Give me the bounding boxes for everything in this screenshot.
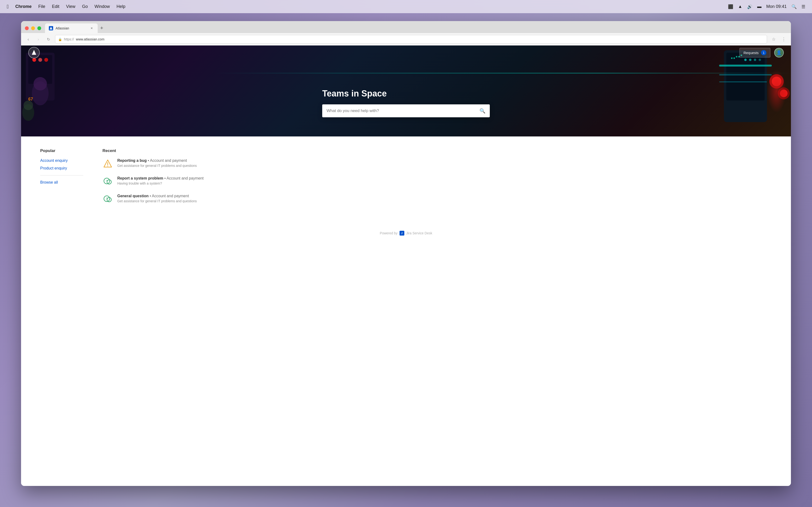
question-chat-icon-1: ? xyxy=(103,176,113,187)
menubar:  Chrome Atlassian File Edit View Go Win… xyxy=(0,0,812,13)
svg-point-6 xyxy=(34,77,47,91)
powered-by-text: Powered by xyxy=(380,231,398,235)
hero-title: Teams in Space xyxy=(322,89,490,99)
svg-rect-14 xyxy=(719,81,767,82)
url-domain: www.atlassian.com xyxy=(76,37,104,41)
recent-item-1-title: Reporting a bug • Account and payment xyxy=(117,159,197,163)
atlassian-logo[interactable] xyxy=(28,47,40,58)
recent-item-1-content: Reporting a bug • Account and payment Ge… xyxy=(117,159,197,168)
recent-item-2-title: Report a system problem • Account and pa… xyxy=(117,176,204,180)
recent-item-2-content: Report a system problem • Account and pa… xyxy=(117,176,204,185)
svg-rect-12 xyxy=(719,65,772,66)
menubar-left:  Chrome Atlassian File Edit View Go Win… xyxy=(7,4,125,10)
traffic-lights xyxy=(25,26,41,30)
hero-section: 67 xyxy=(21,46,791,136)
minimize-button[interactable] xyxy=(31,26,35,30)
popular-section-title: Popular xyxy=(40,149,83,153)
recent-item-1-desc: Get assistance for general IT problems a… xyxy=(117,164,197,168)
url-scheme: https:// xyxy=(64,37,74,41)
hero-nav-right: Requests 1 👤 xyxy=(740,48,784,57)
browser-menu-button[interactable]: ⋮ xyxy=(780,36,787,43)
tab-title: Atlassian xyxy=(56,26,87,30)
footer: Powered by J Jira Service Desk xyxy=(21,224,791,243)
recent-item-3[interactable]: ? General question • Account and payment… xyxy=(103,194,265,205)
menu-edit-item[interactable]: Edit xyxy=(52,4,59,9)
apple-icon[interactable]:  xyxy=(7,4,9,10)
address-bar: ‹ › ↻ 🔒 https:// www.atlassian.com ☆ ⋮ xyxy=(21,33,791,46)
control-center-icon[interactable]: ☰ xyxy=(802,4,805,9)
airplay-icon: ⬛ xyxy=(728,4,733,9)
reload-button[interactable]: ↻ xyxy=(45,36,52,43)
product-name-text: Jira Service Desk xyxy=(406,231,432,235)
hero-nav: Requests 1 👤 xyxy=(21,46,791,60)
website-content: 67 xyxy=(21,46,791,486)
browser-window: Atlassian ✕ + ‹ › ↻ 🔒 https:// www.atlas… xyxy=(21,21,791,486)
svg-point-30 xyxy=(108,166,108,166)
recent-item-3-desc: Get assistance for general IT problems a… xyxy=(117,199,197,203)
search-submit-icon[interactable]: 🔍 xyxy=(479,108,485,114)
recent-item-3-title: General question • Account and payment xyxy=(117,194,197,198)
svg-point-9 xyxy=(23,101,33,110)
url-bar[interactable]: 🔒 https:// www.atlassian.com xyxy=(55,35,767,44)
content-body: Popular Account enquiry Product enquiry … xyxy=(21,136,284,224)
requests-count: 1 xyxy=(761,50,766,55)
close-button[interactable] xyxy=(25,26,29,30)
recent-item-2[interactable]: ? Report a system problem • Account and … xyxy=(103,176,265,187)
maximize-button[interactable] xyxy=(37,26,41,30)
volume-icon: 🔊 xyxy=(747,4,752,9)
user-avatar[interactable]: 👤 xyxy=(774,48,784,57)
popular-link-product[interactable]: Product enquiry xyxy=(40,166,83,170)
menu-file-item[interactable]: File xyxy=(38,4,45,9)
hero-content: Teams in Space 🔍 xyxy=(322,89,490,117)
browser-tab[interactable]: Atlassian ✕ xyxy=(45,23,98,33)
browse-all-link[interactable]: Browse all xyxy=(40,180,83,184)
menubar-right: ⬛ ▲ 🔊 ▬ Mon 09:41 🔍 ☰ xyxy=(728,4,805,9)
search-input[interactable] xyxy=(327,108,477,113)
svg-text:?: ? xyxy=(106,197,108,201)
requests-button[interactable]: Requests 1 xyxy=(740,48,770,57)
menu-go-item[interactable]: Go xyxy=(82,4,88,9)
menu-app-name[interactable]: Chrome xyxy=(15,4,32,9)
warning-icon xyxy=(103,159,113,169)
menu-view-item[interactable]: View xyxy=(66,4,75,9)
jira-logo: J xyxy=(400,231,404,235)
new-tab-button[interactable]: + xyxy=(98,24,106,32)
battery-icon: ▬ xyxy=(757,4,761,9)
menu-window-item[interactable]: Window xyxy=(95,4,110,9)
svg-rect-13 xyxy=(719,74,772,75)
recent-section-title: Recent xyxy=(103,149,265,153)
recent-item-1[interactable]: Reporting a bug • Account and payment Ge… xyxy=(103,159,265,169)
svg-text:?: ? xyxy=(106,179,108,183)
wifi-icon: ▲ xyxy=(738,4,742,9)
popular-section: Popular Account enquiry Product enquiry … xyxy=(40,149,83,212)
bookmark-button[interactable]: ☆ xyxy=(770,36,777,43)
recent-item-2-desc: Having trouble with a system? xyxy=(117,181,204,185)
search-icon[interactable]: 🔍 xyxy=(792,4,797,9)
lock-icon: 🔒 xyxy=(58,38,62,41)
search-bar: 🔍 xyxy=(322,104,490,117)
menu-help-item[interactable]: Help xyxy=(117,4,125,9)
requests-label: Requests xyxy=(744,51,759,55)
browser-chrome: Atlassian ✕ + ‹ › ↻ 🔒 https:// www.atlas… xyxy=(21,21,791,46)
clock: Mon 09:41 xyxy=(766,4,787,9)
tab-close-button[interactable]: ✕ xyxy=(90,26,94,31)
address-bar-right: ☆ ⋮ xyxy=(770,36,787,43)
recent-section: Recent Reporting a bug xyxy=(103,149,265,212)
main-content: Popular Account enquiry Product enquiry … xyxy=(21,136,791,486)
forward-button[interactable]: › xyxy=(35,36,42,43)
tab-favicon xyxy=(49,26,53,31)
question-chat-icon-2: ? xyxy=(103,194,113,205)
back-button[interactable]: ‹ xyxy=(25,36,32,43)
recent-item-3-content: General question • Account and payment G… xyxy=(117,194,197,203)
popular-link-account[interactable]: Account enquiry xyxy=(40,159,83,163)
